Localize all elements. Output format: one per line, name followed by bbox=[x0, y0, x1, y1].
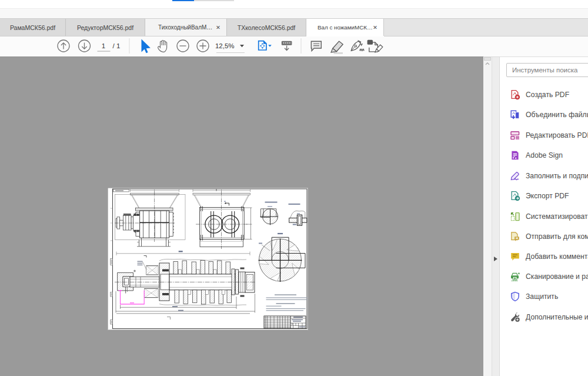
svg-text:12,5%: 12,5% bbox=[215, 42, 235, 49]
svg-text:/ 1: / 1 bbox=[113, 42, 121, 49]
svg-text:1: 1 bbox=[102, 42, 105, 49]
